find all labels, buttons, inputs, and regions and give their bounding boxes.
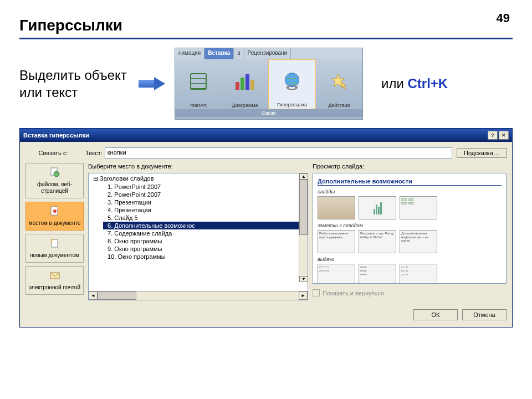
slide-preview: Дополнительные возможности слайды ≡≡≡ ≡≡… — [313, 173, 507, 284]
select-place-label: Выберите место в документе: — [88, 163, 308, 170]
tree-horizontal-scrollbar[interactable]: ◄ ► — [89, 291, 308, 300]
ribbon-body: martArt Диаграмма Гиперссылка Действие — [175, 59, 362, 109]
ribbon-chart-button[interactable]: Диаграмма — [222, 59, 268, 109]
tree-root-node[interactable]: ⊟ Заголовки слайдов — [92, 175, 306, 183]
link-with-label: Связать с: — [25, 150, 81, 156]
link-to-panel: файлом, веб-страницей местом в документе… — [25, 163, 84, 300]
preview-section-label: выдачи — [318, 257, 502, 262]
link-target-label: электронной почтой — [29, 284, 80, 291]
instruction-text: Выделить объект или текст — [19, 66, 130, 101]
ribbon-tabs: нимация Вставка в Рецензировани — [175, 48, 362, 59]
link-to-file-web[interactable]: файлом, веб-страницей — [25, 163, 84, 198]
tree-item[interactable]: · 2. PowerPoint 2007 — [103, 191, 306, 198]
document-tree[interactable]: ⊟ Заголовки слайдов · 1. PowerPoint 2007… — [88, 173, 308, 300]
scroll-left-button[interactable]: ◄ — [89, 291, 98, 300]
preview-thumb: Дополнительная информация – на сайте — [400, 230, 437, 253]
dialog-footer: ОК Отмена — [25, 309, 507, 320]
or-shortcut-text: или Ctrl+K — [381, 76, 448, 91]
ribbon-label: Гиперссылка — [277, 102, 307, 108]
ribbon-group-label: Связи — [175, 109, 362, 117]
link-to-place-in-doc[interactable]: местом в документе — [25, 202, 84, 231]
link-target-label: новым документом — [30, 252, 79, 259]
tree-item[interactable]: · 4. Презентации — [103, 206, 306, 214]
ribbon-label: Действие — [328, 103, 350, 108]
place-in-doc-icon — [48, 206, 62, 218]
tree-item[interactable]: · 8. Окно программы — [103, 237, 306, 245]
scroll-down-button[interactable]: ▼ — [299, 276, 308, 282]
smartart-icon — [178, 62, 218, 101]
link-target-label: файлом, веб-страницей — [27, 181, 82, 195]
screentip-button[interactable]: Подсказка… — [457, 148, 507, 158]
arrow-icon — [139, 77, 166, 90]
show-and-return-checkbox[interactable]: Показать и вернуться — [313, 289, 507, 296]
ribbon-tab[interactable]: нимация — [175, 48, 204, 59]
link-to-new-doc[interactable]: новым документом — [25, 234, 84, 263]
preview-section-label: заметки к слайдам — [318, 223, 502, 228]
insert-hyperlink-dialog: Вставка гиперссылки ? ✕ Связать с: Текст… — [19, 128, 513, 328]
star-cursor-icon — [319, 62, 359, 101]
text-label: Текст: — [85, 150, 103, 156]
shortcut-key: Ctrl+K — [407, 76, 448, 91]
checkbox-label: Показать и вернуться — [323, 290, 384, 296]
place-select-panel: Выберите место в документе: ⊟ Заголовки … — [88, 163, 308, 300]
ribbon-label: martArt — [190, 103, 207, 108]
preview-thumb: ▭▭▭▭▭▭ — [318, 264, 355, 284]
or-label: или — [381, 76, 407, 91]
tree-vertical-scrollbar[interactable]: ▲ ▼ — [299, 173, 308, 282]
svg-point-2 — [287, 86, 290, 89]
ribbon-action-button[interactable]: Действие — [316, 59, 362, 109]
preview-thumb: ▭ ━▭ ━▭ ━ — [400, 264, 437, 284]
preview-thumb: Работа выполнена при поддержке — [318, 230, 355, 253]
dialog-body: Связать с: Текст: кнопки Подсказка… файл… — [20, 142, 512, 327]
scroll-thumb[interactable] — [299, 180, 308, 235]
tree-item[interactable]: · 10. Окно программы — [103, 253, 306, 260]
ok-button[interactable]: ОК — [413, 309, 458, 320]
slide-title: Гиперссылки — [19, 17, 532, 34]
preview-label: Просмотр слайда: — [313, 163, 507, 170]
ribbon-tab[interactable]: Рецензировани — [244, 48, 291, 59]
help-button[interactable]: ? — [488, 131, 498, 140]
preview-thumb: Рассказать про Репку, бабку и ЗАОН — [359, 230, 396, 253]
instruction-row: Выделить объект или текст нимация Вставк… — [19, 48, 513, 120]
tree-item[interactable]: · 9. Окно программы — [103, 245, 306, 253]
preview-thumb — [318, 196, 355, 219]
ribbon-label: Диаграмма — [232, 103, 258, 108]
page-number: 49 — [497, 11, 510, 25]
checkbox-icon — [313, 289, 320, 296]
cancel-button[interactable]: Отмена — [462, 309, 507, 320]
new-doc-icon — [48, 238, 62, 250]
dialog-titlebar: Вставка гиперссылки ? ✕ — [20, 129, 512, 142]
scroll-up-button[interactable]: ▲ — [299, 173, 308, 180]
dialog-title-text: Вставка гиперссылки — [23, 132, 89, 139]
email-icon — [48, 270, 62, 282]
preview-thumb: ━━━━━━━━━ — [359, 264, 396, 284]
svg-point-8 — [53, 209, 57, 213]
preview-slide-title: Дополнительные возможности — [318, 178, 502, 186]
svg-point-6 — [54, 171, 59, 177]
svg-point-3 — [295, 86, 298, 89]
tree-item[interactable]: · 3. Презентации — [103, 198, 306, 206]
scroll-thumb[interactable] — [98, 291, 136, 300]
slide-preview-panel: Просмотр слайда: Дополнительные возможно… — [313, 163, 507, 300]
preview-thumb — [359, 196, 396, 219]
ribbon-tab[interactable]: в — [234, 48, 244, 59]
link-target-label: местом в документе — [29, 220, 81, 227]
close-button[interactable]: ✕ — [499, 131, 509, 140]
link-to-email[interactable]: электронной почтой — [25, 266, 84, 295]
tree-item[interactable]: · 7. Содержание слайда — [103, 229, 306, 237]
title-rule — [19, 38, 513, 39]
preview-section-label: слайды — [318, 189, 502, 195]
ribbon-smartart-button[interactable]: martArt — [175, 59, 222, 109]
tree-item[interactable]: · 6. Дополнительные возможнос — [103, 222, 306, 229]
display-text-input[interactable]: кнопки — [105, 147, 452, 158]
tree-item[interactable]: · 5. Слайд 5 — [103, 214, 306, 222]
ribbon-hyperlink-button[interactable]: Гиперссылка — [268, 59, 316, 109]
ribbon-screenshot: нимация Вставка в Рецензировани martArt … — [175, 48, 363, 120]
file-web-icon — [48, 167, 62, 179]
ribbon-tab-active[interactable]: Вставка — [204, 48, 234, 59]
preview-thumb: ≡≡≡ ≡≡≡≡≡≡ ≡≡≡ — [400, 196, 437, 219]
tree-item[interactable]: · 1. PowerPoint 2007 — [103, 183, 306, 191]
scroll-right-button[interactable]: ► — [299, 291, 308, 300]
chart-icon — [225, 62, 265, 101]
globe-icon — [272, 62, 312, 100]
